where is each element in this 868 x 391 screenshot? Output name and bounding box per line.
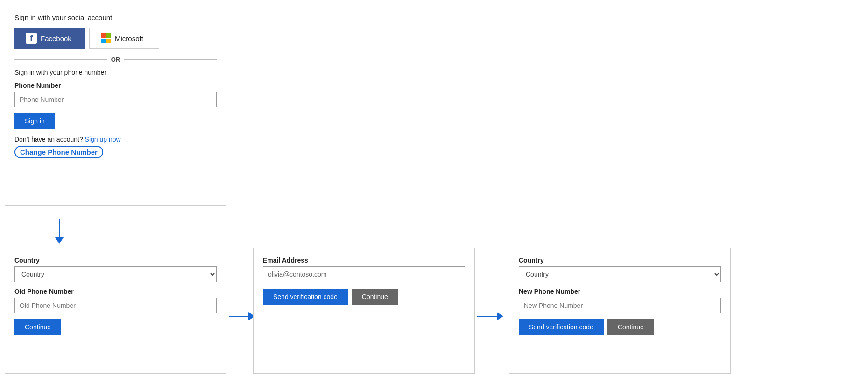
or-divider: OR: [14, 56, 217, 63]
social-title: Sign in with your social account: [14, 14, 217, 21]
country-label: Country: [14, 256, 217, 264]
old-phone-label: Old Phone Number: [14, 288, 217, 295]
country-select[interactable]: Country: [14, 266, 217, 282]
facebook-icon: f: [26, 33, 37, 44]
new-phone-panel: Country Country New Phone Number Send ve…: [509, 248, 731, 374]
arrow-line-horizontal-1: [229, 316, 248, 317]
phone-number-label: Phone Number: [14, 82, 217, 89]
arrow-right-1: [229, 312, 255, 320]
microsoft-label: Microsoft: [115, 35, 143, 43]
arrow-right-2: [477, 312, 503, 320]
old-phone-input[interactable]: [14, 298, 217, 313]
arrow-head-down: [55, 237, 64, 244]
continue-button-new[interactable]: Continue: [607, 319, 654, 335]
phone-signin-label: Sign in with your phone number: [14, 69, 217, 76]
or-text: OR: [111, 56, 120, 63]
signup-link[interactable]: Sign up now: [85, 135, 121, 143]
phone-number-input[interactable]: [14, 92, 217, 107]
email-input[interactable]: [263, 266, 465, 282]
country-select-new[interactable]: Country: [519, 266, 721, 282]
email-label: Email Address: [263, 256, 465, 264]
country-label-new: Country: [519, 256, 721, 264]
change-phone-link[interactable]: Change Phone Number: [14, 146, 103, 158]
send-verification-button-email[interactable]: Send verification code: [263, 289, 348, 305]
social-buttons: f Facebook Microsoft: [14, 28, 217, 49]
microsoft-button[interactable]: Microsoft: [89, 28, 159, 49]
microsoft-icon: [101, 33, 111, 43]
email-panel: Email Address Send verification code Con…: [253, 248, 475, 374]
signin-panel: Sign in with your social account f Faceb…: [5, 5, 226, 206]
arrow-line-vertical: [59, 219, 60, 237]
change-phone-panel: Country Country Old Phone Number Continu…: [5, 248, 226, 374]
arrow-down: [55, 219, 64, 244]
new-phone-input[interactable]: [519, 298, 721, 313]
facebook-label: Facebook: [41, 35, 71, 43]
new-phone-label: New Phone Number: [519, 288, 721, 295]
arrow-line-horizontal-2: [477, 316, 497, 317]
email-buttons: Send verification code Continue: [263, 289, 465, 305]
arrow-head-right-2: [497, 312, 503, 320]
continue-button-change[interactable]: Continue: [14, 319, 61, 335]
signin-button[interactable]: Sign in: [14, 113, 55, 129]
facebook-button[interactable]: f Facebook: [14, 28, 85, 49]
no-account-text: Don't have an account?: [14, 135, 83, 143]
newphone-buttons: Send verification code Continue: [519, 319, 721, 335]
continue-button-email[interactable]: Continue: [352, 289, 398, 305]
footer-links: Don't have an account? Sign up now Chang…: [14, 135, 217, 158]
send-verification-button-new[interactable]: Send verification code: [519, 319, 604, 335]
